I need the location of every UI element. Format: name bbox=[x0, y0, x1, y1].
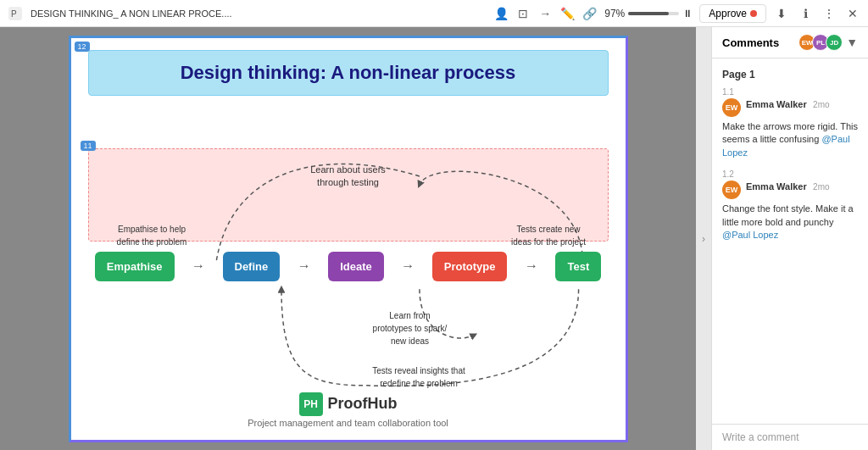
comments-title: Comments bbox=[722, 36, 779, 49]
comments-body: Page 1 1.1 EW Emma Walker 2mo Make the a… bbox=[712, 58, 868, 424]
app-icon: P bbox=[7, 5, 24, 22]
slide-badge-12: 12 bbox=[75, 42, 90, 52]
annotation-top: Learn about users through testing bbox=[266, 164, 431, 190]
toolbar-actions: 👤 ⊡ → ✏️ 🔗 bbox=[492, 5, 598, 22]
filter-icon[interactable]: ▼ bbox=[846, 36, 858, 49]
brand-name: ProofHub bbox=[328, 395, 398, 413]
comments-header-right: EW PL JD ▼ bbox=[802, 34, 858, 51]
proofhub-logo: PH ProofHub bbox=[299, 392, 398, 416]
ph-icon: PH bbox=[299, 392, 323, 416]
user-icon[interactable]: 👤 bbox=[492, 5, 509, 22]
flow-row: Empathise → Define → Ideate → Prototype … bbox=[86, 252, 610, 281]
zoom-value: 97% bbox=[604, 8, 625, 19]
approve-label: Approve bbox=[709, 8, 747, 19]
comment-header-1: EW Emma Walker 2mo bbox=[722, 98, 858, 117]
main-container: 12 Design thinking: A non-linear process… bbox=[0, 0, 868, 450]
edit-icon[interactable]: ✏️ bbox=[559, 5, 576, 22]
footer-sub: Project management and team collaboratio… bbox=[71, 418, 626, 428]
approve-button[interactable]: Approve bbox=[699, 4, 766, 23]
slide-badge-11: 11 bbox=[81, 141, 96, 151]
comment-time-1: 2mo bbox=[813, 100, 829, 109]
info-icon[interactable]: ℹ bbox=[797, 5, 814, 22]
avatar-3: JD bbox=[826, 34, 843, 51]
write-comment-area[interactable]: Write a comment bbox=[712, 424, 868, 450]
comment-avatar-2: EW bbox=[722, 181, 741, 199]
comment-time-2: 2mo bbox=[813, 182, 829, 192]
slide: 12 Design thinking: A non-linear process… bbox=[69, 36, 628, 442]
comment-avatar-1: EW bbox=[722, 98, 741, 117]
flow-box-empathise: Empathise bbox=[95, 252, 175, 281]
link-icon[interactable]: 🔗 bbox=[581, 5, 598, 22]
comment-meta-2: Emma Walker 2mo bbox=[746, 181, 858, 192]
arrow-3: → bbox=[401, 258, 415, 274]
comment-num-1: 1.1 bbox=[722, 87, 858, 97]
zoom-bar[interactable] bbox=[628, 12, 679, 15]
crop-icon[interactable]: ⊡ bbox=[515, 5, 531, 22]
comment-num-2: 1.2 bbox=[722, 169, 858, 179]
arrow-4: → bbox=[525, 258, 538, 274]
forward-icon[interactable]: → bbox=[537, 5, 554, 22]
page-label: Page 1 bbox=[712, 65, 868, 84]
comment-meta-1: Emma Walker 2mo bbox=[746, 98, 858, 110]
comment-body-1: Make the arrows more rigid. This seems a… bbox=[722, 120, 858, 159]
document-title: DESIGN THINKING_ A NON LINEAR PROCE.... bbox=[31, 8, 486, 19]
comment-author-2: Emma Walker bbox=[746, 181, 807, 192]
toolbar: P DESIGN THINKING_ A NON LINEAR PROCE...… bbox=[0, 0, 868, 27]
svg-text:P: P bbox=[11, 9, 17, 19]
flow-box-define: Define bbox=[223, 252, 281, 281]
approve-dot bbox=[750, 10, 757, 17]
write-comment-placeholder: Write a comment bbox=[722, 431, 798, 443]
comment-thread-2: 1.2 EW Emma Walker 2mo Change the font s… bbox=[712, 166, 868, 248]
flow-box-prototype: Prototype bbox=[432, 252, 508, 281]
avatar-group: EW PL JD bbox=[802, 34, 843, 51]
comment-header-2: EW Emma Walker 2mo bbox=[722, 181, 858, 199]
flow-box-ideate: Ideate bbox=[328, 252, 384, 281]
more-icon[interactable]: ⋮ bbox=[821, 5, 837, 22]
slide-footer: PH ProofHub Project management and team … bbox=[71, 392, 626, 428]
zoom-control: 97% ⏸ bbox=[604, 8, 693, 19]
canvas-area: 12 Design thinking: A non-linear process… bbox=[0, 27, 696, 450]
panel-collapse-handle[interactable]: › bbox=[696, 27, 711, 450]
download-icon[interactable]: ⬇ bbox=[773, 5, 790, 22]
comments-panel: Comments EW PL JD ▼ Page 1 1.1 EW Emma W… bbox=[711, 27, 868, 450]
annotation-bottom-right: Tests reveal insights that redefine the … bbox=[228, 364, 610, 391]
comments-header: Comments EW PL JD ▼ bbox=[712, 27, 868, 58]
annotation-right: Tests create new ideas for the project bbox=[487, 223, 610, 249]
comment-thread-1: 1.1 EW Emma Walker 2mo Make the arrows m… bbox=[712, 84, 868, 166]
annotation-left: Empathise to help define the problem bbox=[86, 223, 218, 249]
close-icon[interactable]: ✕ bbox=[844, 5, 861, 22]
zoom-pause-icon: ⏸ bbox=[682, 8, 693, 19]
slide-title: Design thinking: A non-linear process bbox=[97, 61, 599, 86]
arrow-2: → bbox=[298, 258, 311, 274]
comment-author-1: Emma Walker bbox=[746, 99, 807, 109]
comment-body-2: Change the font style. Make it a little … bbox=[722, 203, 858, 242]
zoom-fill bbox=[628, 12, 669, 15]
flow-box-test: Test bbox=[555, 252, 601, 281]
arrow-1: → bbox=[192, 258, 205, 274]
annotation-bottom-left: Learn from prototypes to spark/ new idea… bbox=[351, 309, 470, 348]
title-box: Design thinking: A non-linear process bbox=[88, 50, 609, 97]
comment-mention-1: @Paul Lopez bbox=[722, 134, 850, 157]
comment-mention-2: @Paul Lopez bbox=[722, 230, 778, 240]
